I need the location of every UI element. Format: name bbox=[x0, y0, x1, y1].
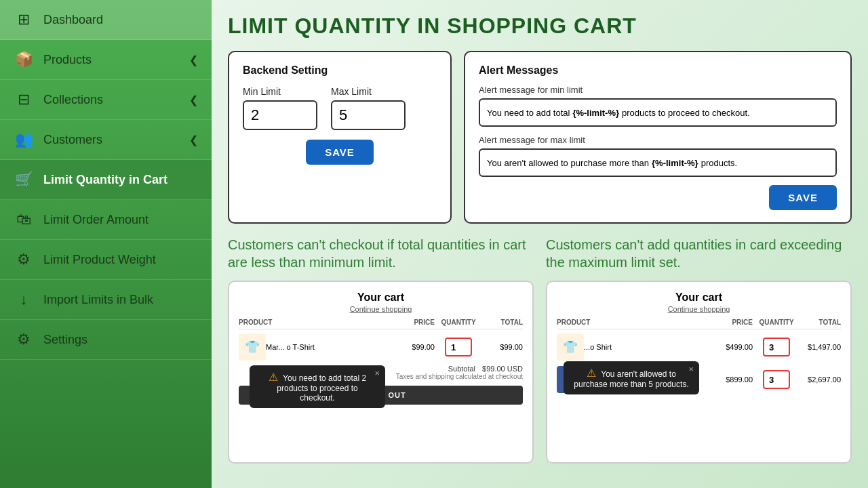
order-amount-icon: 🛍 bbox=[14, 211, 34, 228]
tshirt-thumbnail-right: 👕 bbox=[557, 333, 584, 361]
sidebar-item-settings[interactable]: ⚙ Settings bbox=[0, 320, 212, 360]
cart-right-item2-total: $2,697.00 bbox=[800, 375, 841, 384]
sidebar-label-products: Products bbox=[43, 53, 92, 67]
sidebar-item-limit-product-weight[interactable]: ⚙ Limit Product Weight bbox=[0, 240, 212, 280]
cart-left-item-row: 👕 Mar... o T-Shirt $99.00 $99.00 bbox=[239, 333, 523, 361]
chevron-products: ❮ bbox=[189, 54, 198, 66]
sidebar-item-limit-order-amount[interactable]: 🛍 Limit Order Amount bbox=[0, 200, 212, 240]
header-price-r: PRICE bbox=[712, 319, 753, 326]
header-quantity: QUANTITY bbox=[435, 319, 482, 326]
backend-save-button[interactable]: SAVE bbox=[306, 140, 374, 165]
header-total-r: TOTAL bbox=[800, 319, 841, 326]
min-limit-group: Min Limit bbox=[243, 86, 317, 130]
cart-preview-row: Your cart Continue shopping PRODUCT PRIC… bbox=[228, 281, 852, 464]
cart-right-item1-total: $1,497.00 bbox=[800, 343, 841, 351]
settings-icon: ⚙ bbox=[14, 331, 34, 348]
max-alert-label: Alert message for max limit bbox=[479, 135, 837, 145]
cart-right-continue[interactable]: Continue shopping bbox=[557, 305, 841, 313]
min-alert-input-display[interactable]: You need to add total {%-limit-%} produc… bbox=[479, 98, 837, 127]
cart-left-qty-wrapper bbox=[435, 338, 482, 357]
alert-messages-card: Alert Messages Alert message for min lim… bbox=[464, 51, 852, 224]
cart-right-item1-qty-input[interactable] bbox=[763, 338, 790, 357]
main-content: LIMIT QUANTITY IN SHOPPING CART Backend … bbox=[212, 0, 868, 488]
cart-right-item2-price: $899.00 bbox=[712, 375, 753, 384]
sidebar-label-dashboard: Dashboard bbox=[43, 13, 103, 27]
cart-right-item1-price: $499.00 bbox=[712, 343, 753, 351]
sidebar-item-customers[interactable]: 👥 Customers ❮ bbox=[0, 120, 212, 160]
sidebar-item-products[interactable]: 📦 Products ❮ bbox=[0, 40, 212, 80]
cart-left-title: Your cart bbox=[239, 291, 523, 304]
sidebar-item-dashboard[interactable]: ⊞ Dashboard bbox=[0, 0, 212, 40]
max-alert-input-display[interactable]: You aren't allowed to purchase more than… bbox=[479, 148, 837, 177]
cart-left-item-name: Mar... o T-Shirt bbox=[266, 343, 394, 351]
cart-right-tooltip: ⚠ You aren't allowed to purchase more th… bbox=[564, 361, 699, 394]
cart-right-title: Your cart bbox=[557, 291, 841, 304]
chevron-collections: ❮ bbox=[189, 94, 198, 106]
sidebar: ⊞ Dashboard 📦 Products ❮ ⊟ Collections ❮… bbox=[0, 0, 212, 488]
sidebar-label-collections: Collections bbox=[43, 93, 103, 107]
min-limit-input[interactable] bbox=[243, 100, 317, 130]
max-limit-input[interactable] bbox=[331, 100, 406, 130]
cart-preview-right: Your cart Continue shopping PRODUCT PRIC… bbox=[546, 281, 852, 464]
desc-right: Customers can't add quantities in card e… bbox=[546, 236, 852, 271]
subtotal-label: Subtotal bbox=[448, 365, 475, 373]
tshirt-thumbnail-left: 👕 bbox=[239, 333, 266, 361]
customers-icon: 👥 bbox=[14, 131, 34, 148]
cart-icon: 🛒 bbox=[14, 171, 34, 188]
sidebar-label-limit-order-amount: Limit Order Amount bbox=[43, 213, 149, 227]
backend-setting-card: Backend Setting Min Limit Max Limit SAVE bbox=[228, 51, 452, 224]
chevron-customers: ❮ bbox=[189, 134, 198, 146]
warn-icon-left: ⚠ bbox=[269, 371, 278, 383]
sidebar-item-collections[interactable]: ⊟ Collections ❮ bbox=[0, 80, 212, 120]
min-alert-label: Alert message for min limit bbox=[479, 85, 837, 95]
cart-right-header: PRODUCT PRICE QUANTITY TOTAL bbox=[557, 319, 841, 329]
cart-right-item1-name: ...o Shirt bbox=[584, 343, 712, 351]
cart-right-item2-qty-wrapper bbox=[753, 370, 800, 389]
cart-left-tooltip: ⚠ You need to add total 2 products to pr… bbox=[250, 365, 385, 408]
sidebar-label-limit-quantity-cart: Limit Quantity in Cart bbox=[43, 173, 167, 187]
sidebar-item-limit-quantity-cart[interactable]: 🛒 Limit Quantity in Cart bbox=[0, 160, 212, 200]
sidebar-label-customers: Customers bbox=[43, 133, 102, 147]
cart-left-continue[interactable]: Continue shopping bbox=[239, 305, 523, 313]
sidebar-label-import-limits-bulk: Import Limits in Bulk bbox=[43, 293, 153, 307]
weight-icon: ⚙ bbox=[14, 251, 34, 268]
cart-right-item1-qty-wrapper bbox=[753, 338, 800, 357]
collections-icon: ⊟ bbox=[14, 91, 34, 108]
cart-left-header: PRODUCT PRICE QUANTITY TOTAL bbox=[239, 319, 523, 329]
alert-messages-heading: Alert Messages bbox=[479, 64, 837, 77]
cart-right-item1-row: 👕 ...o Shirt $499.00 $1,497.00 bbox=[557, 333, 841, 361]
cart-right-item2-qty-input[interactable] bbox=[763, 370, 790, 389]
products-icon: 📦 bbox=[14, 51, 34, 68]
sidebar-label-limit-product-weight: Limit Product Weight bbox=[43, 253, 156, 267]
top-row: Backend Setting Min Limit Max Limit SAVE… bbox=[228, 51, 852, 224]
header-price: PRICE bbox=[394, 319, 435, 326]
alert-save-button[interactable]: SAVE bbox=[769, 185, 837, 210]
header-total: TOTAL bbox=[482, 319, 523, 326]
cart-left-tooltip-text: You need to add total 2 products to proc… bbox=[277, 373, 366, 403]
description-row: Customers can't checkout if total quanti… bbox=[228, 236, 852, 271]
cart-preview-left: Your cart Continue shopping PRODUCT PRIC… bbox=[228, 281, 534, 464]
import-icon: ↓ bbox=[14, 291, 34, 308]
min-limit-label: Min Limit bbox=[243, 86, 317, 97]
backend-setting-heading: Backend Setting bbox=[243, 64, 437, 77]
cart-left-item-price: $99.00 bbox=[394, 343, 435, 351]
limits-row: Min Limit Max Limit bbox=[243, 86, 437, 130]
header-quantity-r: QUANTITY bbox=[753, 319, 800, 326]
cart-left-item-total: $99.00 bbox=[482, 343, 523, 351]
subtotal-value: $99.00 USD bbox=[482, 365, 523, 373]
max-limit-group: Max Limit bbox=[331, 86, 406, 130]
sidebar-label-settings: Settings bbox=[43, 333, 87, 347]
warn-icon-right: ⚠ bbox=[587, 367, 596, 379]
sidebar-item-import-limits-bulk[interactable]: ↓ Import Limits in Bulk bbox=[0, 280, 212, 320]
page-title: LIMIT QUANTITY IN SHOPPING CART bbox=[228, 14, 852, 39]
header-product-r: PRODUCT bbox=[557, 319, 712, 326]
header-product: PRODUCT bbox=[239, 319, 394, 326]
desc-left: Customers can't checkout if total quanti… bbox=[228, 236, 534, 271]
dashboard-icon: ⊞ bbox=[14, 11, 34, 28]
cart-left-qty-input[interactable] bbox=[445, 338, 472, 357]
max-limit-label: Max Limit bbox=[331, 86, 406, 97]
